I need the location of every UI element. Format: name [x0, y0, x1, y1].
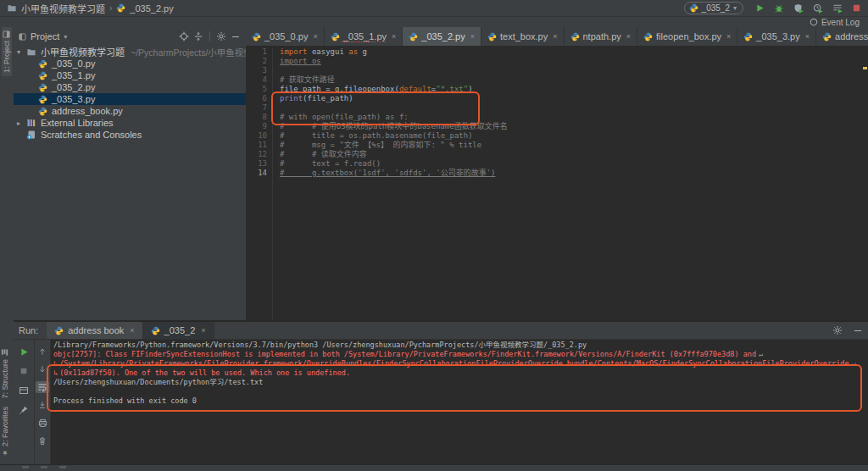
status-bar-icon[interactable] — [59, 466, 66, 468]
code-line: file_path = g.fileopenbox(default="*.txt… — [280, 85, 861, 94]
profiler-button[interactable] — [813, 3, 823, 14]
run-with-coverage-button[interactable] — [793, 3, 804, 14]
run-tab[interactable]: address book× — [47, 322, 142, 339]
editor-tab[interactable]: _035_1.py× — [325, 27, 403, 46]
chevron-down-icon[interactable]: ▾ — [64, 33, 67, 41]
divider — [209, 31, 210, 42]
line-number[interactable]: 9 — [246, 122, 267, 131]
tree-item[interactable]: ▾小甲鱼视频教学习题~/PycharmProjects/小甲鱼视频教学习 — [14, 46, 246, 58]
rerun-button[interactable] — [17, 346, 31, 357]
tree-item-path: ~/PycharmProjects/小甲鱼视频教学习 — [131, 46, 246, 58]
line-number[interactable]: 11 — [246, 141, 267, 150]
editor-gutter[interactable]: 1234567891011121314 — [246, 47, 273, 320]
tool-window-button-project[interactable]: 1: Project — [2, 27, 12, 76]
run-tab[interactable]: _035_2× — [143, 322, 214, 339]
folder-icon — [7, 3, 17, 13]
editor-tab[interactable]: fileopen_box.py× — [637, 27, 737, 46]
tab-close-icon[interactable]: × — [726, 32, 731, 41]
scratch-icon — [26, 130, 36, 140]
tree-item[interactable]: address_book.py — [14, 105, 246, 117]
console-output[interactable]: /Library/Frameworks/Python.framework/Ver… — [51, 341, 868, 465]
editor-tab[interactable]: _035_2.py× — [403, 27, 481, 46]
editor-tab[interactable]: _035_3.py× — [737, 27, 816, 46]
project-panel-title[interactable]: Project — [31, 31, 59, 42]
event-log-button[interactable]: Event Log — [821, 18, 860, 27]
tab-close-icon[interactable]: × — [130, 326, 134, 335]
locate-file-button[interactable] — [179, 31, 189, 42]
line-number[interactable]: 1 — [246, 47, 267, 57]
soft-wrap-icon: ↵ — [852, 359, 856, 368]
line-number[interactable]: 5 — [246, 85, 267, 94]
run-config-selector[interactable]: _035_2 ▾ — [684, 2, 743, 14]
breadcrumb-file[interactable]: _035_2.py — [130, 3, 173, 14]
soft-wrap-button[interactable] — [36, 381, 49, 393]
tab-close-icon[interactable]: × — [805, 32, 810, 41]
breadcrumb-project[interactable]: 小甲鱼视频教学习题 — [21, 2, 105, 15]
down-stacktrace-button[interactable] — [36, 363, 49, 375]
print-button[interactable] — [36, 417, 49, 429]
editor-tab[interactable]: address_book.py× — [816, 27, 868, 46]
stop-button[interactable] — [852, 3, 861, 13]
editor-tab[interactable]: _035_0.py× — [246, 27, 325, 46]
code-line — [280, 66, 861, 75]
line-number[interactable]: 4 — [246, 75, 267, 85]
code-area[interactable]: import easygui as gimport os # 获取文件路径fil… — [274, 47, 861, 320]
tool-window-button-structure[interactable]: 7: Structure — [0, 346, 10, 402]
debug-button[interactable] — [774, 3, 784, 14]
collapse-all-button[interactable] — [193, 31, 203, 42]
settings-gear-icon[interactable] — [216, 31, 226, 42]
pin-tab-button[interactable] — [17, 404, 31, 416]
tab-close-icon[interactable]: × — [470, 32, 475, 41]
up-stacktrace-button[interactable] — [36, 346, 49, 357]
tab-close-icon[interactable]: × — [313, 32, 317, 41]
status-bar-icon[interactable] — [22, 466, 29, 468]
warning-stripe-mark[interactable] — [863, 67, 867, 69]
tree-item[interactable]: _035_2.py — [14, 81, 246, 93]
clear-console-button[interactable] — [36, 435, 49, 446]
python-file-icon — [570, 32, 580, 42]
tree-expand-icon[interactable]: ▾ — [17, 48, 26, 56]
line-number[interactable]: 2 — [246, 57, 267, 66]
line-number[interactable]: 3 — [246, 66, 267, 75]
stop-process-button[interactable] — [17, 365, 31, 377]
tab-close-icon[interactable]: × — [201, 326, 205, 335]
breadcrumb[interactable]: 小甲鱼视频教学习题 › _035_2.py — [7, 2, 174, 15]
line-number[interactable]: 12 — [246, 150, 267, 159]
line-number[interactable]: 6 — [246, 94, 267, 103]
scroll-to-end-button[interactable] — [36, 399, 49, 411]
hide-panel-button[interactable] — [848, 322, 868, 339]
tree-item-label: address_book.py — [52, 106, 123, 116]
tree-item[interactable]: Scratches and Consoles — [14, 129, 246, 141]
hide-panel-button[interactable] — [231, 31, 241, 42]
editor-tab[interactable]: text_box.py× — [481, 27, 565, 46]
run-with-console-button[interactable] — [832, 3, 843, 14]
editor-body[interactable]: 1234567891011121314 import easygui as gi… — [246, 46, 868, 320]
line-number[interactable]: 10 — [246, 131, 267, 141]
editor-tab[interactable]: ntpath.py× — [565, 27, 638, 46]
restore-layout-button[interactable] — [17, 385, 31, 396]
library-icon — [26, 118, 36, 128]
error-stripe[interactable] — [862, 64, 868, 320]
tree-item[interactable]: ▸External Libraries — [14, 117, 246, 129]
status-bar-icon[interactable] — [41, 466, 47, 468]
line-number[interactable]: 8 — [246, 113, 267, 122]
python-file-icon — [151, 326, 160, 335]
tab-close-icon[interactable]: × — [553, 32, 557, 41]
editor-tab-bar: _035_0.py×_035_1.py×_035_2.py×text_box.p… — [246, 27, 868, 47]
tree-item[interactable]: _035_1.py — [14, 69, 246, 81]
tree-expand-icon[interactable]: ▸ — [17, 119, 26, 127]
tree-item[interactable]: _035_0.py — [14, 58, 246, 69]
run-button[interactable] — [755, 3, 765, 13]
run-config-name: _035_2 — [702, 3, 730, 13]
tab-close-icon[interactable]: × — [392, 32, 396, 41]
tree-item[interactable]: _035_3.py — [14, 93, 246, 105]
tab-close-icon[interactable]: × — [626, 32, 631, 41]
line-number[interactable]: 14 — [246, 169, 267, 178]
python-file-icon — [54, 326, 64, 335]
settings-gear-icon[interactable] — [827, 322, 848, 339]
line-number[interactable]: 13 — [246, 159, 267, 169]
console-line: ↳/System/Library/PrivateFrameworks/FileP… — [53, 359, 868, 368]
tree-item-label: _035_3.py — [52, 94, 95, 104]
line-number[interactable]: 7 — [246, 103, 267, 113]
tool-window-button-favorites[interactable]: ★2: Favorites — [0, 403, 10, 460]
